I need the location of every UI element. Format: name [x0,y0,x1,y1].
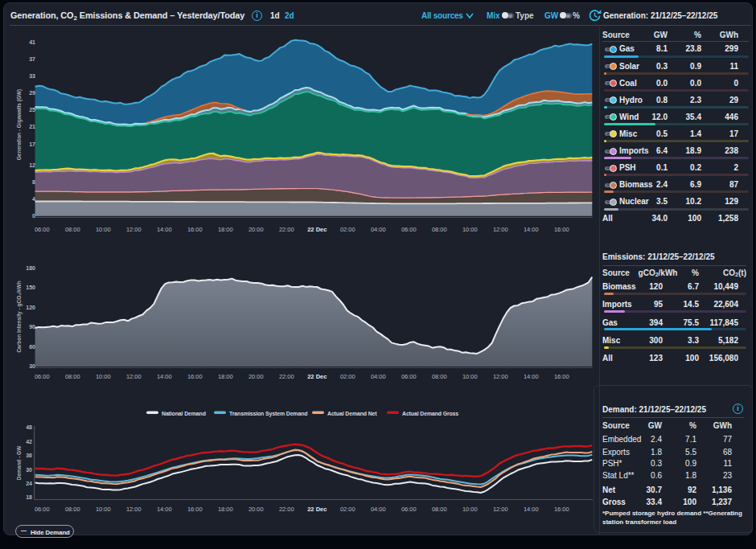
svg-text:20:00: 20:00 [249,373,264,380]
svg-text:02:00: 02:00 [340,506,355,513]
svg-text:14:00: 14:00 [524,506,539,513]
svg-text:18: 18 [26,494,32,500]
svg-text:12:00: 12:00 [493,373,508,380]
svg-text:22 Dec: 22 Dec [307,373,327,380]
svg-text:37: 37 [29,56,35,62]
svg-text:16:00: 16:00 [554,373,569,380]
svg-text:20:00: 20:00 [249,506,264,513]
svg-text:02:00: 02:00 [340,373,355,380]
svg-text:20:00: 20:00 [249,226,264,233]
svg-text:90: 90 [29,324,35,330]
svg-text:17: 17 [29,141,35,147]
svg-text:Transmission System Demand: Transmission System Demand [229,411,307,417]
svg-text:18:00: 18:00 [218,226,233,233]
svg-text:12:00: 12:00 [126,506,142,513]
svg-text:4: 4 [32,196,35,202]
svg-text:18:00: 18:00 [218,373,233,380]
svg-text:06:00: 06:00 [35,373,50,380]
svg-text:24: 24 [26,481,32,486]
svg-text:10:00: 10:00 [462,373,478,380]
svg-text:02:00: 02:00 [340,226,355,233]
svg-text:36: 36 [26,453,32,458]
svg-text:42: 42 [26,439,32,445]
svg-text:33: 33 [29,73,35,79]
svg-text:29: 29 [29,90,35,96]
svg-text:National Demand: National Demand [162,411,206,416]
svg-text:10:00: 10:00 [96,506,111,513]
svg-text:10:00: 10:00 [462,506,478,513]
svg-text:0: 0 [32,213,35,219]
svg-text:14:00: 14:00 [524,373,539,380]
svg-text:16:00: 16:00 [554,506,569,513]
svg-text:12:00: 12:00 [126,373,142,380]
svg-text:12:00: 12:00 [493,226,508,233]
svg-text:22:00: 22:00 [279,373,294,380]
svg-text:150: 150 [26,285,35,290]
svg-text:08:00: 08:00 [65,373,80,380]
svg-text:180: 180 [26,265,35,271]
svg-text:04:00: 04:00 [371,226,386,233]
svg-text:16:00: 16:00 [554,226,569,233]
svg-text:12: 12 [29,162,35,168]
svg-text:12:00: 12:00 [493,506,508,513]
svg-text:22 Dec: 22 Dec [307,506,327,513]
svg-text:14:00: 14:00 [157,373,172,380]
svg-text:04:00: 04:00 [371,506,386,513]
svg-text:Actual Demand Net: Actual Demand Net [327,411,377,416]
svg-text:25: 25 [29,107,35,113]
svg-text:08:00: 08:00 [65,506,80,513]
svg-text:06:00: 06:00 [35,226,50,233]
svg-text:30: 30 [26,467,32,473]
svg-text:Actual Demand Gross: Actual Demand Gross [402,411,458,416]
svg-text:Carbon Intensity - gCO₂/kWh: Carbon Intensity - gCO₂/kWh [16,281,23,352]
svg-text:Demand - GW: Demand - GW [16,445,22,480]
svg-text:08:00: 08:00 [432,506,447,513]
svg-text:10:00: 10:00 [96,373,111,380]
svg-text:30: 30 [29,363,35,369]
svg-text:16:00: 16:00 [187,226,203,233]
svg-text:21: 21 [29,124,35,129]
svg-text:10:00: 10:00 [462,226,478,233]
svg-text:10:00: 10:00 [96,226,111,233]
svg-text:22 Dec: 22 Dec [307,226,327,233]
svg-text:06:00: 06:00 [401,506,417,513]
svg-text:22:00: 22:00 [279,226,294,233]
svg-text:41: 41 [29,39,35,45]
svg-text:22:00: 22:00 [279,506,294,513]
svg-text:06:00: 06:00 [401,226,417,233]
svg-text:Generation - Gigawatts (GW): Generation - Gigawatts (GW) [16,89,23,160]
svg-text:08:00: 08:00 [432,373,447,380]
svg-text:06:00: 06:00 [35,506,50,513]
svg-text:18:00: 18:00 [218,506,233,513]
svg-text:12:00: 12:00 [126,226,142,233]
svg-text:16:00: 16:00 [187,373,203,380]
svg-text:8: 8 [32,179,35,185]
svg-text:14:00: 14:00 [524,226,539,233]
svg-text:08:00: 08:00 [65,226,80,233]
svg-text:08:00: 08:00 [432,226,447,233]
svg-text:06:00: 06:00 [401,373,417,380]
svg-text:14:00: 14:00 [157,226,172,233]
svg-text:16:00: 16:00 [187,506,203,513]
svg-text:48: 48 [26,424,32,430]
svg-text:14:00: 14:00 [157,506,172,513]
svg-text:120: 120 [26,305,35,310]
svg-text:04:00: 04:00 [371,373,386,380]
svg-text:60: 60 [29,344,35,350]
